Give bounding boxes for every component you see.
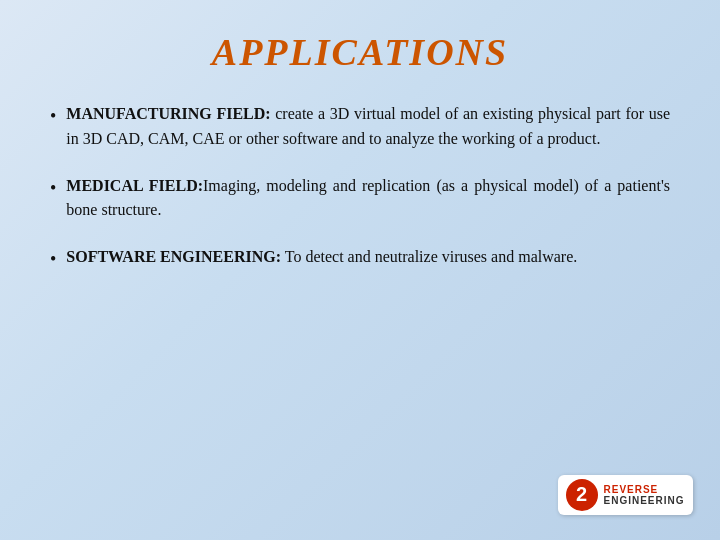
bullet-text-medical: MEDICAL FIELD:Imaging, modeling and repl… bbox=[66, 174, 670, 224]
logo-symbol: 2 bbox=[576, 483, 587, 506]
logo-box: 2 REVERSE ENGINEERING bbox=[558, 475, 693, 515]
bullet-text-software: SOFTWARE ENGINEERING: To detect and neut… bbox=[66, 245, 670, 270]
bullet-text-manufacturing: MANUFACTURING FIELD: create a 3D virtual… bbox=[66, 102, 670, 152]
bullet-dot-2: • bbox=[50, 175, 56, 203]
logo-line2: ENGINEERING bbox=[604, 495, 685, 506]
bullet-item-medical: • MEDICAL FIELD:Imaging, modeling and re… bbox=[50, 174, 670, 224]
software-body: To detect and neutralize viruses and mal… bbox=[281, 248, 577, 265]
slide-title: APPLICATIONS bbox=[212, 30, 508, 74]
bullet-item-manufacturing: • MANUFACTURING FIELD: create a 3D virtu… bbox=[50, 102, 670, 152]
logo-text-block: REVERSE ENGINEERING bbox=[604, 484, 685, 506]
medical-label: MEDICAL FIELD: bbox=[66, 177, 203, 194]
bullet-dot-1: • bbox=[50, 103, 56, 131]
bullet-dot-3: • bbox=[50, 246, 56, 274]
software-label: SOFTWARE ENGINEERING: bbox=[66, 248, 281, 265]
bullet-item-software: • SOFTWARE ENGINEERING: To detect and ne… bbox=[50, 245, 670, 274]
manufacturing-label: MANUFACTURING FIELD: bbox=[66, 105, 270, 122]
content-area: • MANUFACTURING FIELD: create a 3D virtu… bbox=[50, 102, 670, 274]
logo-area: 2 REVERSE ENGINEERING bbox=[560, 467, 690, 522]
logo-line1: REVERSE bbox=[604, 484, 685, 495]
slide-container: APPLICATIONS • MANUFACTURING FIELD: crea… bbox=[0, 0, 720, 540]
logo-icon: 2 bbox=[566, 479, 598, 511]
